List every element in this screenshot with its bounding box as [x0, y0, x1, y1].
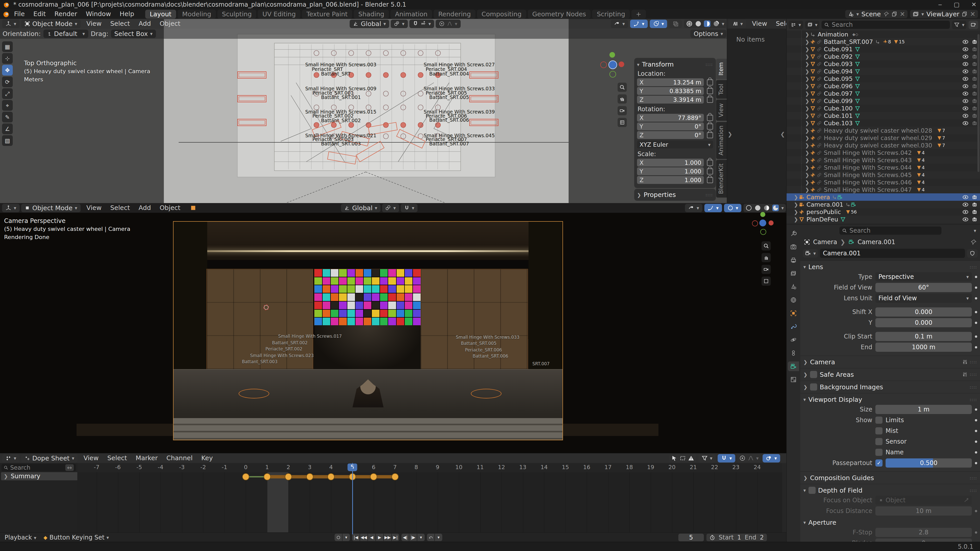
fov-field[interactable]: 60°: [875, 283, 972, 292]
copy-icon[interactable]: [962, 11, 967, 17]
workspace-tab-geometry-nodes[interactable]: Geometry Nodes: [528, 10, 591, 19]
axis-x-neg-handle[interactable]: [600, 62, 607, 68]
hide-viewport-toggle[interactable]: [963, 209, 969, 215]
eyedropper-icon[interactable]: [964, 498, 969, 503]
expand-icon[interactable]: ❯: [804, 76, 810, 82]
expand-icon[interactable]: ❯: [804, 39, 810, 45]
show-overlays-toggle[interactable]: ▾: [724, 204, 741, 212]
axis-x-handle[interactable]: [768, 221, 773, 225]
summary-channel[interactable]: ❯ Summary: [1, 472, 77, 480]
expand-icon[interactable]: ❯: [804, 120, 810, 126]
properties-tab-tool[interactable]: [788, 229, 799, 238]
collapse-icon[interactable]: ▾: [803, 264, 806, 270]
play-reverse-button[interactable]: ◀: [368, 534, 375, 541]
hide-viewport-toggle[interactable]: [963, 76, 969, 82]
tool-measure[interactable]: ∠: [2, 124, 13, 134]
properties-search[interactable]: Search: [839, 227, 942, 235]
keyframe-3[interactable]: [306, 473, 313, 480]
outliner-item-plandefeu[interactable]: ❯PlanDeFeu: [787, 216, 980, 223]
viewport-menu-add[interactable]: Add: [134, 19, 155, 29]
expand-icon[interactable]: ❯: [804, 127, 810, 134]
outliner-item-cube-091[interactable]: ❯Cube.091: [787, 45, 980, 53]
editor-type-button[interactable]: ▾: [2, 20, 20, 28]
close-button[interactable]: ✕: [971, 1, 977, 8]
dope-menu-select[interactable]: Select: [103, 453, 131, 463]
camera-view-icon[interactable]: [762, 265, 771, 274]
expand-icon[interactable]: ❯: [804, 98, 810, 104]
animate-dot[interactable]: [975, 408, 977, 411]
spreadsheet-menu-view[interactable]: View: [748, 19, 772, 29]
next-keyframe-button[interactable]: ▶▶: [384, 534, 391, 541]
outliner-item-heavy-duty-swivel-caster-wheel-030[interactable]: ❯Heavy duty swivel caster wheel.0307: [787, 141, 980, 149]
properties-tab-physics[interactable]: [788, 335, 799, 345]
hide-viewport-toggle[interactable]: [963, 98, 969, 104]
material-preview-shading-icon[interactable]: [763, 205, 770, 211]
previous-keyframe-button[interactable]: ◀◀: [360, 534, 368, 541]
presets-icon[interactable]: [962, 372, 968, 377]
outliner-filter-button[interactable]: ▾: [952, 21, 966, 29]
outliner-item-battant-srt-007[interactable]: ❯Battant_SRT.007815: [787, 38, 980, 45]
sidebar-tab-blenderkit[interactable]: BlenderKit: [716, 160, 727, 198]
material-preview-shading-icon[interactable]: [704, 21, 711, 27]
viewport-camera-perspective[interactable]: Small Hinge With Screws.017Battant_SRT.0…: [0, 203, 786, 453]
presets-icon[interactable]: [962, 359, 968, 365]
start-value[interactable]: 1: [737, 534, 741, 541]
hide-viewport-toggle[interactable]: [963, 91, 969, 97]
dope-sheet-mode-selector[interactable]: Dope Sheet▾: [21, 454, 78, 462]
pin-icon[interactable]: [970, 239, 977, 245]
lock-icon[interactable]: [707, 97, 713, 103]
keyframe-0[interactable]: [242, 473, 249, 480]
dope-menu-marker[interactable]: Marker: [131, 453, 162, 463]
snap-toggle[interactable]: ▾: [718, 454, 735, 462]
outliner-item-heavy-duty-swivel-caster-wheel-029[interactable]: ❯Heavy duty swivel caster wheel.0297: [787, 134, 980, 141]
loop-options-dropdown[interactable]: ▾: [435, 534, 442, 541]
menu-file[interactable]: File: [10, 10, 29, 17]
collapse-icon[interactable]: ▾: [803, 519, 806, 525]
outliner-item-small-hinge-with-screws-043[interactable]: ❯Small Hinge With Screws.0434: [787, 156, 980, 164]
lock-icon[interactable]: [707, 124, 713, 130]
properties-tab-modifier[interactable]: [788, 322, 799, 331]
panel-grip-icon[interactable]: ::::: [705, 192, 713, 197]
lock-icon[interactable]: [707, 132, 713, 138]
tool-transform[interactable]: ⌖: [2, 100, 13, 111]
view-object-types-button[interactable]: ▾: [685, 204, 703, 212]
options-dropdown[interactable]: Options▾: [690, 30, 726, 38]
outliner-item-heavy-duty-swivel-caster-wheel-028[interactable]: ❯Heavy duty swivel caster wheel.0287: [787, 127, 980, 134]
viewport-menu-add[interactable]: Add: [134, 203, 155, 213]
axis-field[interactable]: Z 3.3914 m: [637, 96, 704, 103]
tool-annotate[interactable]: ✎: [2, 112, 13, 122]
minimize-button[interactable]: ‒: [938, 1, 942, 8]
rendered-shading-icon[interactable]: [713, 21, 719, 27]
collapse-icon[interactable]: ▾: [803, 487, 806, 493]
tool-scale[interactable]: ⤢: [2, 88, 13, 99]
workspace-tab-layout[interactable]: Layout: [145, 10, 176, 19]
pivot-point-selector[interactable]: ▾: [391, 20, 408, 28]
expand-icon[interactable]: ❯: [804, 165, 810, 171]
axis-field[interactable]: Y 0°: [637, 122, 704, 130]
outliner-item-small-hinge-with-screws-046[interactable]: ❯Small Hinge With Screws.0464: [787, 179, 980, 186]
axis-field[interactable]: Z 0°: [637, 131, 704, 139]
animate-dot[interactable]: [975, 322, 977, 324]
filter-button[interactable]: ▾: [698, 454, 716, 462]
expand-icon[interactable]: ❯: [804, 187, 810, 193]
maximize-button[interactable]: ▢: [954, 1, 959, 8]
outliner-item-animation[interactable]: ❯Animation◆◇: [787, 30, 980, 38]
hide-viewport-toggle[interactable]: [963, 194, 969, 200]
expand-icon[interactable]: ❯: [804, 54, 810, 60]
animate-dot[interactable]: [975, 297, 977, 300]
lock-icon[interactable]: [707, 88, 713, 94]
shift-x-field[interactable]: 0.000: [875, 307, 972, 317]
properties-tab-object[interactable]: [788, 308, 799, 318]
outliner-item-persopublic[interactable]: ❯persoPublic56: [787, 208, 980, 216]
animate-dot[interactable]: [975, 462, 977, 464]
disable-render-toggle[interactable]: [972, 216, 978, 222]
axis-x-handle[interactable]: [619, 62, 624, 67]
blender-menu-icon[interactable]: [3, 11, 10, 17]
outliner-item-cube-097[interactable]: ❯Cube.097: [787, 90, 980, 97]
hide-viewport-toggle[interactable]: [963, 120, 969, 126]
workspace-tab-modeling[interactable]: Modeling: [178, 10, 216, 19]
sidebar-tab-tool[interactable]: Tool: [716, 80, 727, 99]
only-selected-toggle[interactable]: [669, 454, 696, 462]
disable-render-toggle[interactable]: [972, 202, 978, 208]
loop-playback-button[interactable]: [427, 534, 434, 541]
